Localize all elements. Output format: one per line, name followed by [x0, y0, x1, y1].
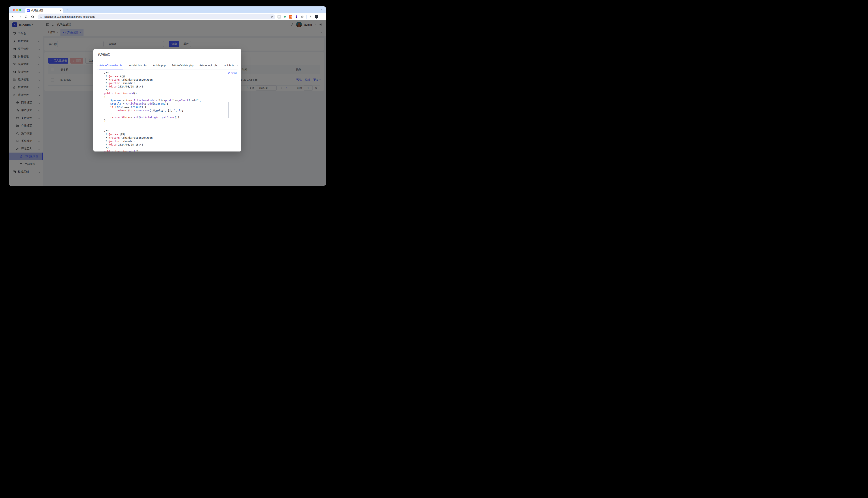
downloads-icon[interactable] [309, 15, 312, 18]
modal-tab-article.ts[interactable]: article.ts [224, 64, 234, 67]
modal-close-icon[interactable] [235, 52, 238, 55]
tab-close-icon[interactable]: × [60, 9, 61, 12]
code-line: } [104, 112, 237, 116]
copy-icon [228, 72, 230, 75]
code-line: if (true === $result) { [104, 105, 237, 109]
code-line [104, 122, 237, 126]
vue-devtools-icon[interactable] [283, 15, 286, 18]
site-info-icon[interactable] [40, 15, 42, 18]
reload-icon[interactable] [24, 15, 28, 18]
extensions-puzzle-icon[interactable] [301, 15, 304, 18]
screenshot-root: LA 代码生成器 × + localhost:5173/admin/settin… [0, 0, 335, 192]
react-devtools-icon[interactable] [278, 15, 281, 18]
app-page: K likeadmin 工作台用户管理应用管理财务管理装修管理渠道设置组织管理权… [9, 20, 326, 186]
code-line: * @return \think\response\Json [104, 78, 237, 81]
code-preview-modal: 代码预览 ArticleController.phpArticleLists.p… [93, 49, 241, 152]
code-line: * @return \think\response\Json [104, 136, 237, 140]
browser-tabstrip: LA 代码生成器 × + [9, 6, 326, 13]
modal-tab-Article.php[interactable]: Article.php [153, 64, 166, 67]
code-line: * @author likeadmin [104, 140, 237, 143]
traffic-close-button[interactable] [13, 9, 15, 11]
code-line: * @notes 编辑 [104, 133, 237, 136]
back-icon[interactable] [12, 15, 15, 18]
address-bar[interactable]: localhost:5173/admin/setting/dev_tools/c… [38, 14, 275, 19]
traffic-minimize-button[interactable] [16, 9, 18, 11]
modal-tab-ArticleLogic.php[interactable]: ArticleLogic.php [200, 64, 218, 67]
tabs-scroll-right-icon[interactable] [236, 64, 239, 67]
code-line: $params = (new ArticleValidate())->post(… [104, 99, 237, 102]
code-line: /** [104, 129, 237, 133]
code-line: } [104, 119, 237, 122]
url-text[interactable]: localhost:5173/admin/setting/dev_tools/c… [44, 15, 270, 18]
code-line: public function add() [104, 92, 237, 95]
forward-icon[interactable] [18, 15, 22, 18]
code-line: * @date 2024/08/28 18:41 [104, 85, 237, 88]
gem-extension-icon[interactable] [295, 15, 298, 18]
sq-extension-icon[interactable]: SQ [289, 15, 292, 18]
browser-window: LA 代码生成器 × + localhost:5173/admin/settin… [9, 6, 326, 186]
extension-icons: SQ⋮ [278, 15, 323, 18]
modal-tab-ArticleController.php[interactable]: ArticleController.php [99, 64, 123, 67]
new-tab-button[interactable]: + [65, 7, 69, 12]
modal-title: 代码预览 [98, 53, 110, 56]
code-line: { [104, 95, 237, 99]
code-block[interactable]: /** * @notes 添加 * @return \think\respons… [93, 70, 241, 152]
code-scrollbar[interactable] [228, 102, 229, 118]
code-line: * @notes 添加 [104, 75, 237, 78]
code-line: * @author likeadmin [104, 81, 237, 85]
home-icon[interactable] [31, 15, 34, 18]
modal-file-tabs: ArticleController.phpArticleLists.phpArt… [93, 62, 241, 69]
bookmark-star-icon[interactable] [270, 15, 273, 18]
copy-button[interactable]: 复制 [228, 71, 237, 75]
code-line: $result = ArticleLogic::add($params); [104, 102, 237, 105]
code-line: public function edit() [104, 150, 237, 152]
traffic-zoom-button[interactable] [19, 9, 21, 11]
code-line: * @date 2024/08/28 18:41 [104, 143, 237, 146]
browser-toolbar: localhost:5173/admin/setting/dev_tools/c… [9, 13, 326, 20]
code-line: return $this->success('添加成功', [], 1, 1); [104, 109, 237, 112]
code-line: */ [104, 88, 237, 92]
code-line: return $this->fail(ArticleLogic::getErro… [104, 116, 237, 119]
browser-tab[interactable]: LA 代码生成器 × [25, 8, 63, 13]
tab-search-chevron-icon[interactable] [320, 8, 322, 11]
code-line: */ [104, 146, 237, 150]
modal-tab-ArticleValidate.php[interactable]: ArticleValidate.php [171, 64, 193, 67]
code-line: /** [104, 71, 237, 75]
modal-tab-ArticleLists.php[interactable]: ArticleLists.php [129, 64, 147, 67]
browser-menu-icon[interactable]: ⋮ [321, 15, 323, 18]
code-line [104, 126, 237, 129]
favicon: LA [27, 9, 30, 12]
browser-tab-title: 代码生成器 [31, 9, 60, 12]
browser-profile-avatar[interactable] [315, 15, 318, 18]
